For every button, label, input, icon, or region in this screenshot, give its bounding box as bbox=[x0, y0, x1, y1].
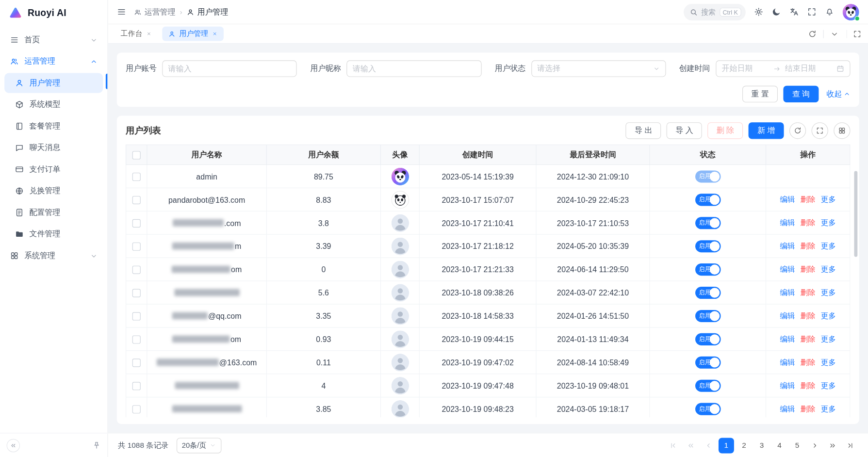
page-3-button[interactable]: 3 bbox=[754, 438, 770, 453]
global-search[interactable]: 搜索 Ctrl K bbox=[683, 3, 745, 20]
app-logo[interactable]: Ruoyi AI bbox=[0, 0, 107, 27]
edit-link[interactable]: 编辑 bbox=[780, 264, 795, 275]
page-5-button[interactable]: 5 bbox=[789, 438, 805, 453]
more-link[interactable]: 更多 bbox=[821, 218, 836, 228]
status-toggle[interactable]: 启用 bbox=[695, 170, 720, 182]
nickname-input[interactable] bbox=[347, 60, 482, 77]
row-checkbox[interactable] bbox=[132, 266, 141, 274]
row-checkbox[interactable] bbox=[132, 243, 141, 251]
page-prev-button[interactable] bbox=[701, 438, 716, 453]
notifications-bell-icon[interactable] bbox=[825, 7, 834, 16]
more-link[interactable]: 更多 bbox=[821, 311, 836, 321]
page-forward-button[interactable] bbox=[825, 438, 840, 453]
account-input[interactable] bbox=[162, 60, 297, 77]
refresh-table-button[interactable] bbox=[789, 122, 806, 139]
delete-link[interactable]: 删除 bbox=[801, 288, 816, 298]
sidebar-item-packages[interactable]: 套餐管理 bbox=[4, 116, 103, 136]
status-toggle[interactable]: 启用 bbox=[695, 403, 720, 415]
settings-gear-icon[interactable] bbox=[754, 7, 763, 16]
select-all-checkbox[interactable] bbox=[132, 151, 141, 159]
sidebar-item-orders[interactable]: 支付订单 bbox=[4, 160, 103, 180]
status-toggle[interactable]: 启用 bbox=[695, 263, 720, 276]
row-checkbox[interactable] bbox=[132, 359, 141, 367]
breadcrumb-operations[interactable]: 运营管理 bbox=[134, 7, 176, 17]
more-link[interactable]: 更多 bbox=[821, 264, 836, 275]
status-toggle[interactable]: 启用 bbox=[695, 379, 720, 392]
refresh-tab-icon[interactable] bbox=[808, 30, 817, 38]
tab-users[interactable]: 用户管理 bbox=[162, 27, 224, 41]
export-button[interactable]: 导 出 bbox=[626, 122, 661, 139]
status-toggle[interactable]: 启用 bbox=[695, 286, 720, 298]
sidebar-item-files[interactable]: 文件管理 bbox=[4, 224, 103, 244]
more-link[interactable]: 更多 bbox=[821, 334, 836, 344]
reset-button[interactable]: 重 置 bbox=[742, 86, 778, 102]
page-4-button[interactable]: 4 bbox=[771, 438, 787, 453]
page-last-button[interactable] bbox=[843, 438, 858, 453]
delete-link[interactable]: 删除 bbox=[801, 311, 816, 321]
sidebar-item-system[interactable]: 系统管理 bbox=[4, 246, 103, 266]
table-scrollbar-thumb[interactable] bbox=[854, 171, 857, 257]
pin-icon[interactable] bbox=[93, 441, 101, 449]
status-toggle[interactable]: 启用 bbox=[695, 310, 720, 322]
row-checkbox[interactable] bbox=[132, 289, 141, 297]
content-fullscreen-button[interactable] bbox=[846, 30, 861, 38]
edit-link[interactable]: 编辑 bbox=[780, 241, 795, 251]
sidebar-item-home[interactable]: 首页 bbox=[4, 30, 103, 50]
edit-link[interactable]: 编辑 bbox=[780, 288, 795, 298]
edit-link[interactable]: 编辑 bbox=[780, 218, 795, 228]
delete-link[interactable]: 删除 bbox=[801, 404, 816, 414]
edit-link[interactable]: 编辑 bbox=[780, 311, 795, 321]
sidebar-item-config[interactable]: 配置管理 bbox=[4, 203, 103, 223]
row-checkbox[interactable] bbox=[132, 173, 141, 181]
edit-link[interactable]: 编辑 bbox=[780, 334, 795, 344]
page-first-button[interactable] bbox=[665, 438, 681, 453]
sidebar-item-users[interactable]: 用户管理 bbox=[4, 73, 103, 93]
tab-workbench[interactable]: 工作台 bbox=[115, 27, 158, 41]
delete-link[interactable]: 删除 bbox=[801, 195, 816, 205]
menu-toggle-icon[interactable] bbox=[117, 7, 126, 16]
column-settings-button[interactable] bbox=[834, 122, 850, 139]
user-avatar[interactable] bbox=[843, 3, 859, 20]
more-link[interactable]: 更多 bbox=[821, 357, 836, 367]
more-link[interactable]: 更多 bbox=[821, 241, 836, 251]
status-toggle[interactable]: 启用 bbox=[695, 240, 720, 252]
more-link[interactable]: 更多 bbox=[821, 195, 836, 205]
delete-link[interactable]: 删除 bbox=[801, 334, 816, 344]
edit-link[interactable]: 编辑 bbox=[780, 357, 795, 367]
status-select[interactable]: 请选择 bbox=[531, 60, 666, 77]
fullscreen-icon[interactable] bbox=[807, 7, 816, 16]
row-checkbox[interactable] bbox=[132, 382, 141, 390]
delete-link[interactable]: 删除 bbox=[801, 218, 816, 228]
sidebar-item-operations[interactable]: 运营管理 bbox=[4, 51, 103, 71]
chevron-down-icon[interactable] bbox=[830, 30, 838, 38]
close-icon[interactable] bbox=[146, 31, 151, 36]
status-toggle[interactable]: 启用 bbox=[695, 333, 720, 345]
delete-link[interactable]: 删除 bbox=[801, 264, 816, 275]
status-toggle[interactable]: 启用 bbox=[695, 356, 720, 368]
translate-icon[interactable] bbox=[789, 7, 799, 16]
page-next-button[interactable] bbox=[807, 438, 822, 453]
row-checkbox[interactable] bbox=[132, 405, 141, 413]
edit-link[interactable]: 编辑 bbox=[780, 195, 795, 205]
sidebar-item-exchange[interactable]: 兑换管理 bbox=[4, 181, 103, 201]
delete-link[interactable]: 删除 bbox=[801, 241, 816, 251]
search-button[interactable]: 查 询 bbox=[784, 86, 819, 102]
delete-link[interactable]: 删除 bbox=[801, 357, 816, 367]
edit-link[interactable]: 编辑 bbox=[780, 380, 795, 391]
delete-button[interactable]: 删 除 bbox=[707, 122, 743, 139]
row-checkbox[interactable] bbox=[132, 335, 141, 343]
sidebar-item-models[interactable]: 系统模型 bbox=[4, 95, 103, 114]
page-back-button[interactable] bbox=[683, 438, 699, 453]
more-link[interactable]: 更多 bbox=[821, 288, 836, 298]
more-link[interactable]: 更多 bbox=[821, 404, 836, 414]
close-icon[interactable] bbox=[212, 31, 217, 36]
more-link[interactable]: 更多 bbox=[821, 380, 836, 391]
row-checkbox[interactable] bbox=[132, 219, 141, 228]
status-toggle[interactable]: 启用 bbox=[695, 217, 720, 229]
row-checkbox[interactable] bbox=[132, 196, 141, 204]
page-size-select[interactable]: 20条/页 bbox=[176, 438, 221, 453]
table-fullscreen-button[interactable] bbox=[812, 122, 828, 139]
collapse-filter-link[interactable]: 收起 bbox=[826, 89, 850, 99]
date-range-picker[interactable]: 开始日期 结束日期 bbox=[716, 60, 851, 77]
status-toggle[interactable]: 启用 bbox=[695, 194, 720, 206]
